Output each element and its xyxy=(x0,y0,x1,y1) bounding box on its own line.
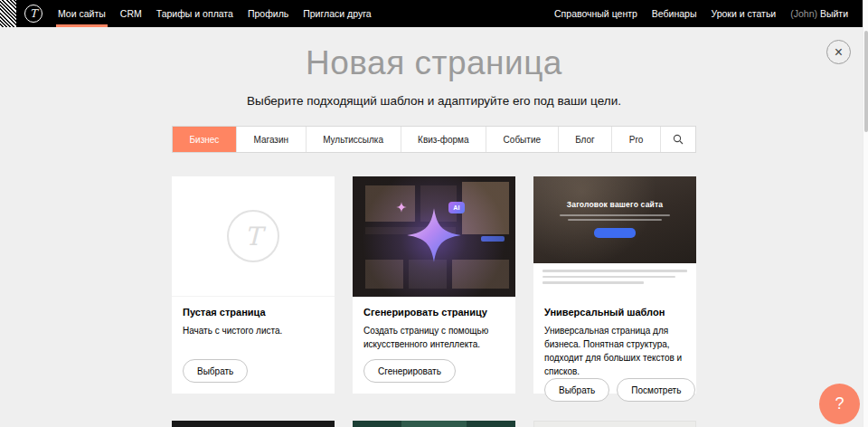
ai-sparkle-icon xyxy=(406,207,462,267)
decorative-line xyxy=(542,270,687,272)
tilda-mark-letter: T xyxy=(245,222,262,251)
tilda-logo-letter: T xyxy=(30,7,37,20)
new-page-modal-screen: T Мои сайты CRM Тарифы и оплата Профиль … xyxy=(0,0,868,427)
preview-hero-title: Заголовок вашего сайта xyxy=(533,176,696,209)
nav-my-sites[interactable]: Мои сайты xyxy=(51,0,113,27)
tilda-pattern-logo xyxy=(0,0,16,27)
blank-template-preview[interactable]: T xyxy=(172,176,335,297)
nav-webinars[interactable]: Вебинары xyxy=(645,0,704,27)
universal-template-preview[interactable]: Заголовок вашего сайта xyxy=(533,176,696,297)
decorative-line xyxy=(560,214,670,216)
decorative-line xyxy=(568,219,662,221)
tab-shop[interactable]: Магазин xyxy=(237,127,307,152)
nav-help-center[interactable]: Справочный центр xyxy=(547,0,645,27)
template-card-blank: T Пустая страница Начать с чистого листа… xyxy=(172,176,335,394)
nav-profile[interactable]: Профиль xyxy=(241,0,296,27)
tab-event[interactable]: Событие xyxy=(486,127,559,152)
next-templates-row xyxy=(172,421,696,427)
nav-invite-friend[interactable]: Пригласи друга xyxy=(296,0,378,27)
tab-pro[interactable]: Pro xyxy=(612,127,661,152)
view-universal-button[interactable]: Посмотреть xyxy=(617,378,695,402)
template-preview-partial[interactable] xyxy=(172,421,335,427)
tab-quiz-form[interactable]: Квиз-форма xyxy=(401,127,487,152)
template-category-tabs: Бизнес Магазин Мультиссылка Квиз-форма С… xyxy=(172,126,696,153)
search-icon xyxy=(673,134,684,145)
nav-tariffs[interactable]: Тарифы и оплата xyxy=(149,0,241,27)
card-description: Создать страницу с помощью искусственног… xyxy=(363,324,505,351)
decorative-line xyxy=(542,276,675,279)
card-description: Начать с чистого листа. xyxy=(183,324,324,337)
preview-text-section xyxy=(533,263,696,297)
scrollbar[interactable] xyxy=(863,0,868,427)
template-card-universal: Заголовок вашего сайта Универсальный шаб… xyxy=(533,176,696,394)
nav-logout-label: Выйти xyxy=(820,8,848,19)
preview-cta-button-shape xyxy=(594,228,636,238)
generate-button[interactable]: Сгенерировать xyxy=(363,359,456,383)
card-title: Сгенерировать страницу xyxy=(363,307,505,318)
close-icon: × xyxy=(835,45,843,60)
tilda-mark-icon: T xyxy=(227,210,279,262)
template-cards-row: T Пустая страница Начать с чистого листа… xyxy=(172,176,696,394)
tab-blog[interactable]: Блог xyxy=(559,127,613,152)
template-preview-partial[interactable] xyxy=(533,421,696,427)
close-button[interactable]: × xyxy=(826,40,851,64)
tilda-logo[interactable]: T xyxy=(24,5,42,23)
preview-hero: Заголовок вашего сайта xyxy=(533,176,696,263)
decorative-line xyxy=(542,281,644,284)
help-button[interactable]: ? xyxy=(819,384,860,424)
card-title: Пустая страница xyxy=(183,307,324,318)
choose-universal-button[interactable]: Выбрать xyxy=(544,378,609,402)
card-title: Универсальный шаблон xyxy=(544,307,685,318)
page-subtitle: Выберите подходящий шаблон и адаптируйте… xyxy=(0,94,868,108)
card-description: Универсальная страница для бизнеса. Поня… xyxy=(544,324,685,378)
template-preview-partial[interactable] xyxy=(353,421,515,427)
template-card-ai-generate: AI Сгенерировать страницу Создать страни… xyxy=(353,176,515,394)
nav-lessons[interactable]: Уроки и статьи xyxy=(703,0,783,27)
top-navbar: T Мои сайты CRM Тарифы и оплата Профиль … xyxy=(0,0,868,27)
choose-blank-button[interactable]: Выбрать xyxy=(183,359,248,383)
tab-multilink[interactable]: Мультиссылка xyxy=(307,127,401,152)
page-title: Новая страница xyxy=(0,43,868,83)
help-question-icon: ? xyxy=(835,394,844,413)
scrollbar-thumb[interactable] xyxy=(864,31,868,132)
nav-crm[interactable]: CRM xyxy=(113,0,149,27)
ai-badge: AI xyxy=(448,202,465,214)
ai-template-preview[interactable]: AI xyxy=(353,176,515,297)
tab-search[interactable] xyxy=(661,127,695,152)
nav-username: (John) xyxy=(790,8,817,19)
tab-business[interactable]: Бизнес xyxy=(173,127,237,152)
nav-logout[interactable]: (John) Выйти xyxy=(783,0,855,27)
